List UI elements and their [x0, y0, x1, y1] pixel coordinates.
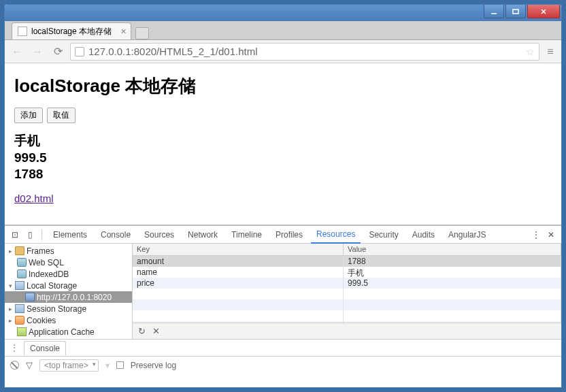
- browser-tab[interactable]: localStorage 本地存储 ✕: [12, 22, 131, 39]
- storage-icon: [15, 281, 24, 290]
- cell-value: [344, 310, 561, 321]
- tree-localstorage[interactable]: ▾Local Storage: [5, 280, 132, 291]
- tree-origin[interactable]: http://127.0.0.1:8020: [5, 291, 132, 303]
- drawer-tab-console[interactable]: Console: [24, 341, 66, 355]
- tab-console[interactable]: Console: [95, 226, 136, 244]
- column-key[interactable]: Key: [133, 244, 344, 255]
- tab-security[interactable]: Security: [363, 226, 403, 244]
- nav-forward-button[interactable]: →: [29, 44, 46, 60]
- origin-icon: [25, 293, 35, 301]
- tab-title: localStorage 本地存储: [31, 26, 112, 37]
- table-row[interactable]: [133, 289, 561, 299]
- tree-appcache[interactable]: Application Cache: [5, 326, 132, 338]
- cell-value: 999.5: [344, 278, 561, 289]
- folder-icon: [15, 246, 24, 255]
- console-clear-icon[interactable]: [10, 361, 19, 370]
- table-row[interactable]: [133, 310, 561, 321]
- table-row[interactable]: amount1788: [133, 256, 561, 267]
- cell-value: [344, 299, 561, 310]
- cell-key: amount: [133, 256, 344, 267]
- drawer-handle-icon[interactable]: ⋮: [10, 343, 18, 353]
- grid-delete-icon[interactable]: ✕: [152, 326, 160, 336]
- browser-menu-button[interactable]: ≡: [544, 46, 557, 58]
- devtools-more-icon[interactable]: ⋮: [530, 230, 542, 240]
- favicon-icon: [18, 27, 27, 36]
- tab-timeline[interactable]: Timeline: [226, 226, 267, 244]
- cell-value: 1788: [344, 256, 561, 267]
- address-bar[interactable]: ☆: [70, 43, 539, 61]
- table-row[interactable]: [133, 299, 561, 310]
- d02-link[interactable]: d02.html: [14, 193, 54, 204]
- bookmark-star-icon[interactable]: ☆: [526, 46, 535, 57]
- tree-indexeddb[interactable]: IndexedDB: [5, 268, 132, 280]
- tab-profiles[interactable]: Profiles: [270, 226, 308, 244]
- database-icon: [17, 258, 27, 267]
- window-maximize-button[interactable]: [505, 5, 526, 18]
- site-info-icon[interactable]: [75, 47, 84, 56]
- appcache-icon: [17, 327, 27, 336]
- preserve-log-label: Preserve log: [131, 361, 176, 370]
- tab-elements[interactable]: Elements: [48, 226, 93, 244]
- console-filter-icon[interactable]: ▽: [26, 360, 33, 370]
- get-button[interactable]: 取值: [47, 108, 76, 123]
- page-heading: localStorage 本地存储: [14, 74, 552, 98]
- nav-reload-button[interactable]: ⟳: [50, 44, 66, 60]
- table-row[interactable]: price999.5: [133, 278, 561, 289]
- tab-sources[interactable]: Sources: [139, 226, 180, 244]
- cell-key: name: [133, 267, 344, 278]
- devtools-inspect-icon[interactable]: ⊡: [9, 230, 21, 240]
- database-icon: [17, 270, 27, 278]
- new-tab-button[interactable]: [135, 27, 149, 39]
- table-row[interactable]: name手机: [133, 267, 561, 278]
- svg-rect-0: [513, 10, 518, 14]
- grid-refresh-icon[interactable]: ↻: [138, 326, 146, 336]
- tab-resources[interactable]: Resources: [311, 226, 361, 244]
- cell-key: price: [133, 278, 344, 289]
- window-minimize-button[interactable]: [484, 5, 504, 18]
- cell-key: [133, 299, 344, 310]
- nav-back-button[interactable]: ←: [9, 44, 25, 60]
- tree-cookies[interactable]: ▸Cookies: [5, 314, 132, 326]
- tab-angularjs[interactable]: AngularJS: [443, 226, 491, 244]
- cell-key: [133, 310, 344, 321]
- tab-audits[interactable]: Audits: [407, 226, 440, 244]
- cell-value: [344, 289, 561, 299]
- url-input[interactable]: [88, 46, 522, 57]
- value-name: 手机: [14, 133, 552, 150]
- storage-icon: [15, 304, 24, 313]
- tree-websql[interactable]: Web SQL: [5, 257, 132, 268]
- console-frame-select[interactable]: <top frame>: [39, 359, 99, 372]
- value-amount: 1788: [14, 166, 552, 183]
- tree-sessionstorage[interactable]: ▸Session Storage: [5, 303, 132, 314]
- tab-close-icon[interactable]: ✕: [120, 27, 127, 36]
- preserve-log-checkbox[interactable]: [116, 361, 124, 369]
- tab-network[interactable]: Network: [182, 226, 223, 244]
- cell-key: [133, 289, 344, 299]
- add-button[interactable]: 添加: [14, 108, 43, 123]
- tree-frames[interactable]: ▸Frames: [5, 245, 132, 257]
- column-value[interactable]: Value: [344, 244, 561, 255]
- window-close-button[interactable]: [527, 5, 560, 18]
- devtools-close-icon[interactable]: ✕: [545, 230, 557, 240]
- cell-value: 手机: [344, 267, 561, 278]
- devtools-device-icon[interactable]: ▯: [24, 230, 36, 240]
- cookie-icon: [15, 316, 24, 325]
- value-price: 999.5: [14, 150, 552, 167]
